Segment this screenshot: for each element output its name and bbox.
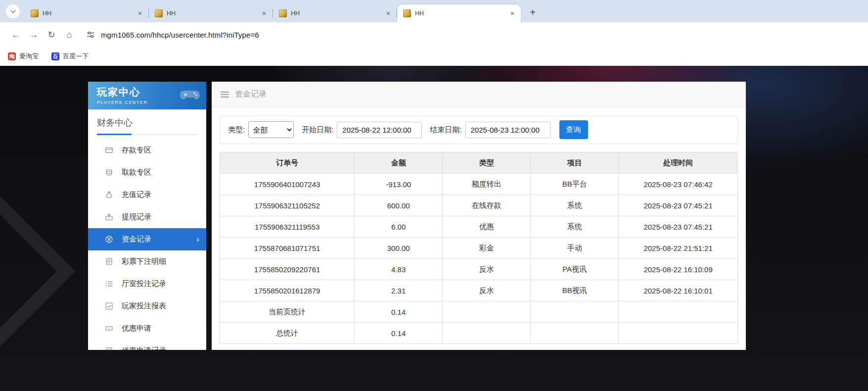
browser-tab[interactable]: HH ×	[25, 4, 148, 22]
cell-type	[443, 323, 531, 344]
col-amount: 金额	[355, 152, 443, 174]
tab-close-icon[interactable]: ×	[136, 9, 144, 18]
cell-item: PA视讯	[531, 259, 619, 280]
home-button[interactable]: ⌂	[60, 26, 78, 44]
cell-type: 反水	[443, 259, 531, 280]
site-favicon	[155, 9, 163, 17]
cell-amount: 300.00	[355, 238, 443, 259]
cell-item: 手动	[531, 238, 619, 259]
bookmark-label: 爱淘宝	[19, 52, 39, 61]
cell-item	[531, 301, 619, 323]
cell-time: 2025-08-22 21:51:21	[619, 238, 738, 259]
sidebar-item-label: 存款专区	[122, 146, 151, 155]
page-title: 资金记录	[235, 89, 267, 99]
ticket-icon	[105, 324, 113, 333]
cell-type: 彩金	[443, 238, 531, 259]
sidebar-item-label: 厅室投注记录	[122, 279, 166, 289]
col-time: 处理时间	[619, 152, 738, 174]
type-label: 类型:	[228, 125, 245, 135]
site-info-icon[interactable]	[86, 30, 95, 39]
sidebar-item-label: 取款专区	[122, 168, 151, 177]
bookmark-taobao[interactable]: 淘 爱淘宝	[8, 52, 39, 61]
query-button[interactable]: 查询	[559, 120, 588, 139]
tab-title: HH	[291, 10, 380, 17]
sidebar-item-label: 提现记录	[122, 212, 151, 222]
table-header-row: 订单号 金额 类型 项目 处理时间	[220, 152, 738, 174]
list-icon	[105, 280, 113, 288]
document-icon	[105, 257, 113, 266]
forward-button[interactable]: →	[25, 26, 43, 44]
chart-icon	[105, 302, 113, 310]
col-item: 项目	[531, 152, 619, 174]
sidebar-item-withdraw-zone[interactable]: 取款专区	[88, 161, 206, 184]
sidebar-item-player-bet-report[interactable]: 玩家投注报表	[88, 295, 206, 317]
cell-order-id: 1755870681071751	[220, 238, 355, 259]
sidebar-header: 玩家中心 PLAYERS CENTER	[88, 82, 206, 109]
sidebar-item-promo-application-records[interactable]: 优惠申请记录	[88, 340, 206, 350]
tab-title: HH	[43, 10, 132, 17]
page-header: 资金记录	[212, 82, 746, 107]
address-bar-url[interactable]: mgm1065.com/hhcp/usercenter.html?iniType…	[101, 31, 259, 39]
tab-close-icon[interactable]: ×	[508, 9, 517, 18]
hamburger-icon	[221, 92, 229, 98]
end-date-input[interactable]	[465, 122, 550, 138]
cell-amount: 4.83	[355, 259, 443, 280]
browser-tab-active[interactable]: HH ×	[397, 4, 521, 22]
cell-amount: 6.00	[355, 216, 443, 238]
table-row: 1755906321119553 6.00 优惠 系统 2025-08-23 0…	[220, 216, 738, 238]
table-row: 1755906401007243 -913.00 额度转出 BB平台 2025-…	[220, 174, 738, 195]
start-date-label: 开始日期:	[302, 125, 333, 135]
cell-order-id: 1755906321119553	[220, 216, 355, 238]
gamepad-icon	[179, 88, 201, 104]
sidebar-item-label: 资金记录	[122, 235, 151, 244]
browser-tab[interactable]: HH ×	[273, 4, 397, 22]
cell-item: 系统	[531, 195, 619, 216]
table-row: 1755850209220761 4.83 反水 PA视讯 2025-08-22…	[220, 259, 738, 280]
sidebar-item-label: 充值记录	[122, 190, 151, 199]
sidebar-item-withdrawal-records[interactable]: 提现记录	[88, 206, 206, 228]
money-bag-icon	[105, 191, 113, 199]
tab-close-icon[interactable]: ×	[260, 9, 269, 18]
sidebar-item-label: 优惠申请记录	[122, 346, 166, 350]
cell-item: 系统	[531, 216, 619, 238]
table-row-page-summary: 当前页统计 0.14	[220, 301, 738, 323]
sidebar-item-promo-application[interactable]: 优惠申请	[88, 317, 206, 340]
tab-close-icon[interactable]: ×	[384, 9, 393, 18]
cell-order-id: 1755906321105252	[220, 195, 355, 216]
cell-time	[619, 301, 738, 323]
browser-window: HH × HH × HH × HH × + ← → ↻ ⌂	[0, 0, 868, 391]
cell-item: BB视讯	[531, 280, 619, 301]
sidebar-item-label: 玩家投注报表	[122, 301, 166, 311]
tab-strip: HH × HH × HH × HH × +	[0, 0, 868, 22]
sidebar-item-recharge-records[interactable]: 充值记录	[88, 184, 206, 206]
bookmark-label: 百度一下	[63, 52, 89, 61]
new-tab-button[interactable]: +	[526, 5, 540, 19]
sidebar-item-label: 彩票下注明细	[122, 257, 166, 266]
table-row: 1755850201612879 2.31 反水 BB视讯 2025-08-22…	[220, 280, 738, 301]
sidebar-item-deposit-zone[interactable]: 存款专区	[88, 139, 206, 161]
tab-title: HH	[167, 10, 256, 17]
player-center-app: 玩家中心 PLAYERS CENTER 财务中心	[88, 82, 746, 350]
taobao-icon: 淘	[8, 52, 16, 60]
back-button[interactable]: ←	[7, 26, 25, 44]
background-decoration	[0, 184, 75, 359]
bookmark-baidu[interactable]: 百 百度一下	[51, 52, 89, 61]
reload-button[interactable]: ↻	[43, 26, 60, 44]
tab-search-button[interactable]	[6, 4, 20, 18]
cell-type: 额度转出	[443, 174, 531, 195]
cell-time	[619, 323, 738, 344]
cell-summary-label: 当前页统计	[220, 301, 355, 323]
filter-bar: 类型: 全部 开始日期: 结束日期: 查询	[220, 115, 738, 144]
cell-type: 优惠	[443, 216, 531, 238]
type-select[interactable]: 全部	[248, 121, 294, 138]
table-row: 1755906321105252 600.00 在线存款 系统 2025-08-…	[220, 195, 738, 216]
start-date-input[interactable]	[337, 122, 422, 138]
browser-tab[interactable]: HH ×	[149, 4, 273, 22]
end-date-label: 结束日期:	[430, 125, 461, 135]
table-row-total-summary: 总统计 0.14	[220, 323, 738, 344]
sidebar-item-lottery-bet-details[interactable]: 彩票下注明细	[88, 250, 206, 273]
sidebar-item-funds-records[interactable]: 资金记录 ›	[88, 228, 206, 250]
cell-amount: 2.31	[355, 280, 443, 301]
page-viewport: 玩家中心 PLAYERS CENTER 财务中心	[0, 66, 868, 391]
sidebar-item-hall-bet-records[interactable]: 厅室投注记录	[88, 273, 206, 295]
